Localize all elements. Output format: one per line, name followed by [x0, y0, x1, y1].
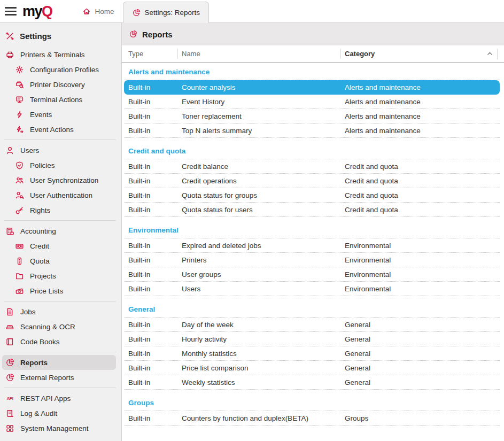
tab-home[interactable]: Home: [74, 0, 123, 22]
sidebar-divider: [4, 220, 116, 221]
printer-search-icon: [15, 80, 24, 89]
traffic-light-icon: [15, 257, 24, 266]
sidebar-item-label: Log & Audit: [20, 409, 57, 417]
sidebar-divider: [4, 352, 116, 352]
cell-type: Built-in: [124, 378, 182, 386]
table-row-quota-status-for-groups[interactable]: Built-inQuota status for groupsCredit an…: [124, 188, 500, 203]
sidebar-item-users[interactable]: Users: [2, 143, 116, 158]
cell-type: Built-in: [124, 127, 182, 135]
sidebar-item-printer-discovery[interactable]: Printer Discovery: [2, 77, 116, 92]
price-list-icon: [15, 287, 24, 296]
cell-name: Printers: [182, 256, 345, 264]
printer-icon: [5, 50, 14, 59]
column-header-label: Category: [345, 50, 375, 58]
cell-type: Built-in: [124, 256, 182, 264]
sidebar-item-price-lists[interactable]: Price Lists: [2, 283, 116, 298]
table-row-counter-analysis[interactable]: Built-inCounter analysisAlerts and maint…: [124, 80, 500, 95]
sidebar-item-events[interactable]: Events: [2, 107, 116, 122]
sidebar-item-scanning-ocr[interactable]: Scanning & OCR: [2, 319, 116, 334]
sidebar-item-external-reports[interactable]: External Reports: [2, 370, 116, 385]
cell-type: Built-in: [124, 112, 182, 120]
cell-category: Credit and quota: [345, 206, 500, 214]
user-icon: [5, 146, 14, 155]
sidebar-item-label: Credit: [30, 242, 49, 250]
document-icon: [5, 307, 14, 316]
cell-type: Built-in: [124, 191, 182, 199]
sidebar-item-jobs[interactable]: Jobs: [2, 304, 116, 319]
cell-type: Built-in: [124, 335, 182, 343]
sidebar-item-label: Users: [20, 146, 39, 154]
table-row-credit-balance[interactable]: Built-inCredit balanceCredit and quota: [124, 159, 500, 174]
sidebar-item-projects[interactable]: Projects: [2, 268, 116, 283]
sidebar-item-terminal-actions[interactable]: Terminal Actions: [2, 92, 116, 107]
table-row-hourly-activity[interactable]: Built-inHourly activityGeneral: [124, 332, 500, 346]
sidebar-item-label: User Synchronization: [30, 176, 98, 184]
tab-label: Settings: Reports: [145, 9, 200, 17]
main-panel: Reports TypeNameCategory Alerts and main…: [122, 23, 504, 441]
cell-type: Built-in: [124, 83, 182, 91]
cell-type: Built-in: [124, 242, 182, 250]
table-row-event-history[interactable]: Built-inEvent HistoryAlerts and maintena…: [124, 95, 500, 109]
sidebar-item-configuration-profiles[interactable]: Configuration Profiles: [2, 62, 116, 77]
sidebar-item-rest-api-apps[interactable]: APIREST API Apps: [2, 391, 116, 406]
table-row-toner-replacement[interactable]: Built-inToner replacementAlerts and main…: [124, 109, 500, 123]
sidebar-item-user-synchronization[interactable]: User Synchronization: [2, 173, 116, 188]
sidebar-item-system-management[interactable]: System Management: [2, 421, 116, 436]
shield-check-icon: [15, 161, 24, 170]
table-row-day-of-the-week[interactable]: Built-inDay of the weekGeneral: [124, 318, 500, 332]
table-row-weekly-statistics[interactable]: Built-inWeekly statisticsGeneral: [124, 375, 500, 390]
table-row-top-n-alerts-summary[interactable]: Built-inTop N alerts summaryAlerts and m…: [124, 123, 500, 138]
column-header-type[interactable]: Type: [122, 45, 177, 62]
table-row-users[interactable]: Built-inUsersEnvironmental: [124, 282, 500, 296]
cell-category: General: [345, 364, 500, 372]
cell-name: Quota status for groups: [182, 191, 345, 199]
sidebar-item-accounting[interactable]: Accounting: [2, 223, 116, 238]
sidebar-divider: [4, 388, 116, 388]
table-row-counters-by-function-and-duplex-beta[interactable]: Built-inCounters by function and duplex(…: [124, 411, 500, 425]
sidebar-item-printers-terminals[interactable]: Printers & Terminals: [2, 47, 116, 62]
sidebar-item-label: Jobs: [20, 308, 36, 316]
sidebar-item-label: User Authentication: [30, 191, 92, 199]
sort-ascending-icon[interactable]: [486, 50, 493, 57]
cell-name: Credit balance: [182, 163, 345, 171]
menu-icon[interactable]: [5, 7, 17, 16]
cell-type: Built-in: [124, 163, 182, 171]
column-header-category[interactable]: Category: [340, 45, 504, 62]
table-row-printers[interactable]: Built-inPrintersEnvironmental: [124, 253, 500, 267]
cell-type: Built-in: [124, 321, 182, 329]
sidebar-item-label: Configuration Profiles: [30, 66, 99, 74]
api-icon: API: [5, 394, 14, 403]
cell-name: Hourly activity: [182, 335, 345, 343]
sidebar-item-user-authentication[interactable]: User Authentication: [2, 188, 116, 203]
cell-type: Built-in: [124, 98, 182, 106]
logo-my: my: [22, 3, 42, 19]
sidebar-item-policies[interactable]: Policies: [2, 158, 116, 173]
table-row-user-groups[interactable]: Built-inUser groupsEnvironmental: [124, 267, 500, 282]
sidebar: Settings Printers & TerminalsConfigurati…: [0, 23, 122, 441]
sidebar-item-reports[interactable]: Reports: [2, 355, 116, 370]
home-icon: [82, 7, 91, 16]
cell-category: Environmental: [345, 285, 500, 293]
sidebar-item-log-audit[interactable]: Log & Audit: [2, 406, 116, 421]
tab-settings-reports[interactable]: Settings: Reports: [123, 2, 210, 23]
table-row-quota-status-for-users[interactable]: Built-inQuota status for usersCredit and…: [124, 203, 500, 217]
table-body: Alerts and maintenanceBuilt-inCounter an…: [122, 63, 504, 441]
table-row-monthly-statistics[interactable]: Built-inMonthly statisticsGeneral: [124, 346, 500, 361]
cell-name: Counter analysis: [182, 83, 345, 91]
table-row-credit-operations[interactable]: Built-inCredit operationsCredit and quot…: [124, 174, 500, 188]
table-row-expired-and-deleted-jobs[interactable]: Built-inExpired and deleted jobsEnvironm…: [124, 238, 500, 253]
sidebar-item-credit[interactable]: Credit: [2, 238, 116, 253]
sidebar-item-rights[interactable]: Rights: [2, 203, 116, 218]
topbar: myQ HomeSettings: Reports: [0, 0, 504, 23]
sidebar-item-event-actions[interactable]: Event Actions: [2, 122, 116, 137]
column-header-name[interactable]: Name: [177, 45, 340, 62]
lightning-icon: [15, 110, 24, 119]
grid-icon: [5, 424, 14, 433]
sidebar-item-quota[interactable]: Quota: [2, 253, 116, 268]
sidebar-item-label: Event Actions: [30, 126, 74, 134]
sidebar-item-code-books[interactable]: Code Books: [2, 334, 116, 349]
sidebar-title-label: Settings: [20, 32, 51, 41]
pie-chart-icon: [5, 373, 14, 382]
table-row-price-list-comparison[interactable]: Built-inPrice list comparisonGeneral: [124, 361, 500, 375]
pie-chart-icon: [132, 9, 141, 17]
